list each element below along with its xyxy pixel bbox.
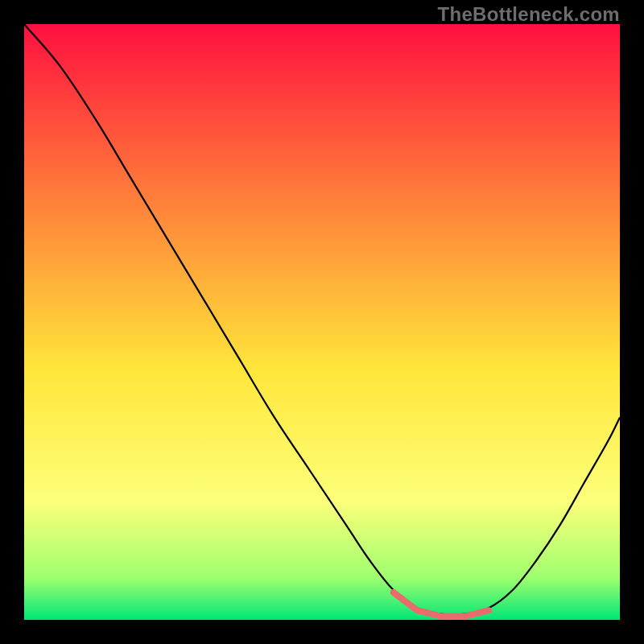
chart-container: TheBottleneck.com	[0, 0, 644, 644]
plot-area	[24, 24, 620, 620]
gradient-background	[24, 24, 620, 620]
watermark-text: TheBottleneck.com	[438, 3, 620, 26]
chart-svg	[24, 24, 620, 620]
